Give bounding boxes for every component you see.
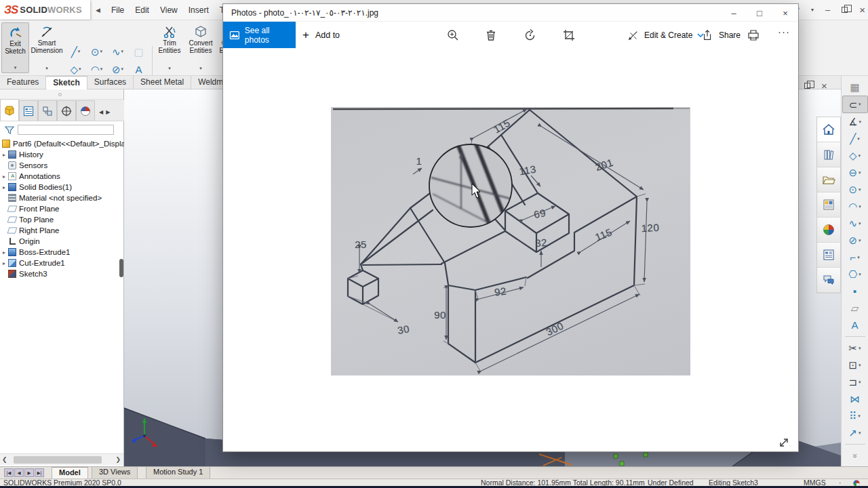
convert-entities-dropdown-icon[interactable]: ▾ (859, 363, 861, 368)
delete-icon[interactable] (484, 28, 498, 42)
smart-dimension-button[interactable]: ∡▾ (842, 113, 868, 130)
spline-dropdown-icon[interactable]: ▾ (121, 49, 124, 54)
feature-manager-tab[interactable] (0, 99, 19, 121)
study-nav-button-3[interactable]: ▶| (35, 468, 44, 477)
scrollbar-thumb[interactable] (14, 456, 102, 464)
study-nav-button-2[interactable]: ▶ (24, 468, 34, 477)
photos-maximize-button[interactable]: □ (747, 4, 772, 22)
scroll-right-icon[interactable]: ❯ (115, 456, 121, 463)
restore-button[interactable] (842, 7, 848, 13)
trim-entities-button[interactable]: ✂▾ (842, 340, 868, 357)
tree-item-history[interactable]: ▸History (0, 149, 124, 160)
menu-item-view[interactable]: View (160, 5, 178, 15)
surface-region-tool[interactable]: ▢ (128, 43, 149, 60)
see-all-photos-button[interactable]: See all photos (223, 22, 296, 48)
trim-entities-button[interactable]: Trim Entities ▾ (155, 22, 184, 73)
tree-item-origin[interactable]: Origin (0, 236, 124, 247)
spline-button[interactable]: ∿▾ (842, 215, 868, 232)
convert-dropdown-icon[interactable]: ▾ (199, 64, 202, 72)
spline-dropdown-icon[interactable]: ▾ (859, 221, 861, 226)
edit-create-button[interactable]: Edit & Create (627, 22, 704, 48)
mirror-entities-button[interactable]: ⋈ (842, 390, 868, 407)
zoom-icon[interactable] (446, 28, 460, 42)
line-tool[interactable]: ╱▾ (65, 43, 86, 60)
print-icon[interactable] (747, 28, 760, 42)
add-to-button[interactable]: + Add to (302, 22, 340, 48)
study-tab-model[interactable]: Model (52, 467, 88, 479)
menu-item-file[interactable]: File (111, 5, 124, 15)
scroll-left-icon[interactable]: ❮ (2, 456, 7, 463)
home-tab[interactable] (817, 117, 840, 142)
ribbon-tab-sketch[interactable]: Sketch (46, 76, 87, 89)
ribbon-tab-features[interactable]: Features (0, 76, 46, 89)
corner-rectangle-button[interactable]: ◇▾ (842, 147, 868, 164)
study-nav-button-1[interactable]: ◀ (14, 468, 24, 477)
photos-close-button[interactable]: × (772, 4, 798, 22)
configuration-manager-tab[interactable] (38, 100, 57, 121)
linear-pattern-button[interactable]: ⠿▾ (842, 407, 868, 424)
panel-splitter-handle[interactable] (119, 259, 123, 277)
exit-sketch-dropdown-icon[interactable]: ▾ (14, 64, 17, 71)
circle-dropdown-icon[interactable]: ▾ (859, 187, 861, 192)
polygon-dropdown-icon[interactable]: ▾ (859, 272, 861, 277)
view-palette-tab[interactable] (817, 192, 840, 218)
expand-arrow-icon[interactable]: ▸ (0, 184, 8, 190)
tree-item-right-plane[interactable]: Right Plane (0, 225, 124, 236)
rotate-icon[interactable] (524, 28, 537, 42)
circle-dropdown-icon[interactable]: ▾ (100, 49, 103, 54)
expand-arrow-icon[interactable]: ▸ (0, 249, 8, 256)
custom-properties-tab[interactable] (817, 243, 840, 268)
trim-entities-dropdown-icon[interactable]: ▾ (859, 346, 861, 351)
tree-item-boss-extrude1[interactable]: ▸Boss-Extrude1 (0, 247, 124, 258)
ellipse-button[interactable]: ⊘▾ (842, 232, 868, 249)
trim-dropdown-icon[interactable]: ▾ (168, 64, 171, 72)
see-more-button[interactable]: ··· (778, 26, 790, 37)
appearances-tab[interactable] (817, 218, 840, 243)
centerpoint-arc-button[interactable]: ◠▾ (842, 198, 868, 215)
tree-item-top-plane[interactable]: Top Plane (0, 214, 124, 225)
line-dropdown-icon[interactable]: ▾ (857, 136, 860, 142)
tab-scroll-right-icon[interactable]: ▶ (106, 109, 110, 115)
spline-tool[interactable]: ∿▾ (107, 43, 128, 60)
study-tab-3d-views[interactable]: 3D Views (92, 467, 138, 479)
straight-slot-dropdown-icon[interactable]: ▾ (859, 170, 861, 176)
file-explorer-tab[interactable] (817, 167, 840, 192)
tree-item-front-plane[interactable]: Front Plane (0, 203, 124, 214)
centerpoint-arc-dropdown-icon[interactable]: ▾ (100, 66, 103, 72)
property-manager-tab[interactable] (19, 100, 38, 121)
tree-item-sensors[interactable]: Sensors (0, 160, 124, 171)
menu-item-insert[interactable]: Insert (189, 5, 209, 15)
smart-dimension-dropdown-icon[interactable]: ▾ (859, 119, 861, 125)
line-dropdown-icon[interactable]: ▾ (78, 49, 81, 54)
photos-titlebar[interactable]: Photos - photo_٢٠٢١-٠٣-٠٥_١٧-٠٢-٠١.jpg –… (223, 4, 798, 22)
fullscreen-expand-icon[interactable] (778, 436, 790, 449)
expand-toolbar-button[interactable]: » (842, 447, 868, 464)
ribbon-tab-surfaces[interactable]: Surfaces (87, 76, 134, 89)
polygon-button[interactable]: ⎔▾ (842, 266, 868, 283)
offset-entities-dropdown-icon[interactable]: ▾ (859, 380, 861, 385)
centerpoint-arc-dropdown-icon[interactable]: ▾ (859, 204, 861, 209)
corner-rectangle-dropdown-icon[interactable]: ▾ (859, 153, 861, 159)
crop-icon[interactable] (562, 28, 576, 42)
expand-arrow-icon[interactable]: ▸ (0, 260, 8, 266)
offset-entities-button[interactable]: ⊐▾ (842, 373, 868, 390)
sketch-picture-button[interactable]: ▦ (842, 79, 868, 96)
document-restore-button[interactable] (804, 83, 810, 89)
ellipse-dropdown-icon[interactable]: ▾ (859, 238, 861, 243)
display-manager-tab[interactable] (76, 100, 95, 121)
straight-slot-button[interactable]: ⊖▾ (842, 164, 868, 181)
expand-arrow-icon[interactable]: ▸ (0, 174, 8, 180)
convert-entities-button[interactable]: Convert Entities ▾ (186, 22, 216, 73)
study-tab-motion-study-1[interactable]: Motion Study 1 (146, 467, 210, 479)
help-dropdown-icon[interactable]: ▾ (811, 7, 814, 13)
expand-arrow-icon[interactable]: ▸ (0, 152, 8, 158)
study-nav-button-0[interactable]: |◀ (4, 468, 14, 477)
design-library-tab[interactable] (817, 142, 840, 167)
tree-item-sketch3[interactable]: Sketch3 (0, 268, 124, 279)
smart-dimension-button[interactable]: Smart Dimension ▾ (31, 22, 63, 73)
ellipse-dropdown-icon[interactable]: ▾ (121, 66, 124, 72)
tree-item-cut-extrude1[interactable]: ▸Cut-Extrude1 (0, 258, 124, 268)
panel-horizontal-scrollbar[interactable]: ❮ ❯ (0, 453, 123, 465)
dimxpert-manager-tab[interactable] (57, 100, 76, 121)
corner-rectangle-dropdown-icon[interactable]: ▾ (79, 66, 81, 72)
